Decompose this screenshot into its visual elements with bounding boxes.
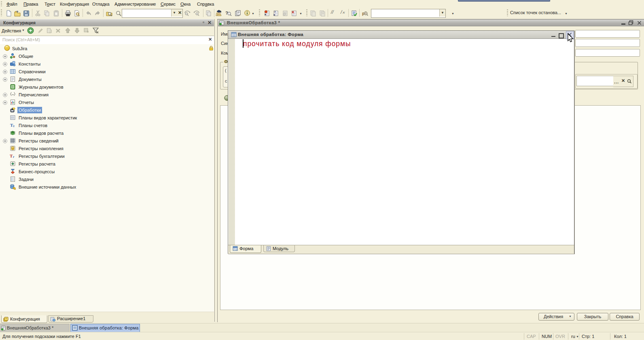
svg-text:T: T [10,153,13,158]
svg-text:т: т [13,124,15,128]
svg-text:г: г [13,155,15,159]
svg-text:?: ? [274,10,276,14]
